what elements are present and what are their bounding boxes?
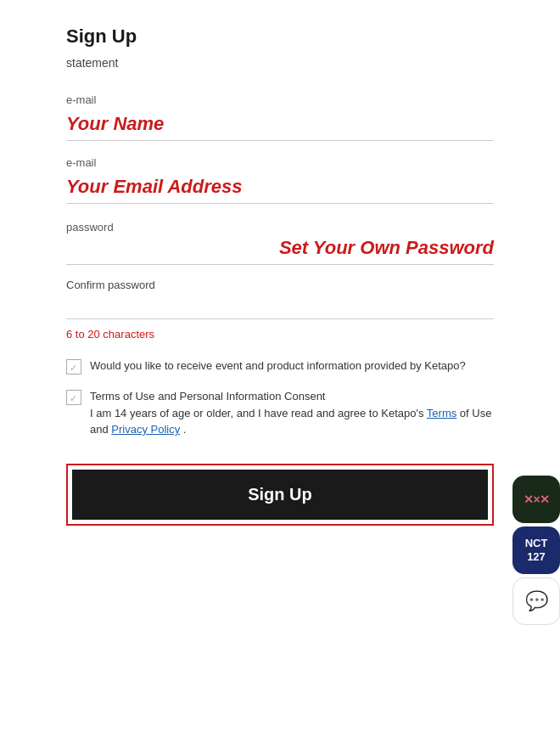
password-title: Set Your Own Password [193, 237, 494, 259]
password-label: password [66, 221, 494, 234]
confirm-password-group: Confirm password [66, 279, 494, 319]
confirm-password-input[interactable] [66, 295, 494, 319]
nct-app-icon[interactable]: NCT 127 [512, 527, 560, 574]
password-hint: 6 to 20 characters [66, 328, 494, 341]
ketapo-icon-symbol: ✕×✕ [524, 493, 548, 506]
marketing-checkbox-row: ✓ Would you like to receive event and pr… [66, 358, 494, 374]
email-input[interactable] [66, 172, 494, 204]
terms-checkbox[interactable]: ✓ [66, 390, 81, 405]
password-row: Set Your Own Password [66, 237, 494, 265]
signup-button-wrapper: Sign Up [66, 464, 494, 526]
terms-check-icon: ✓ [70, 393, 78, 402]
confirm-password-label: Confirm password [66, 279, 494, 291]
marketing-checkbox-text: Would you like to receive event and prod… [90, 358, 466, 374]
statement-text: statement [66, 56, 494, 70]
ketapo-app-icon[interactable]: ✕×✕ [512, 476, 560, 523]
signup-button[interactable]: Sign Up [72, 470, 488, 520]
password-input[interactable] [66, 237, 193, 259]
privacy-link[interactable]: Privacy Policy [111, 423, 180, 436]
terms-link[interactable]: Terms [427, 407, 456, 420]
name-input[interactable] [66, 110, 494, 141]
chat-icon-symbol: 💬 [525, 590, 548, 612]
marketing-check-icon: ✓ [70, 363, 78, 371]
page-container: Sign Up statement e-mail e-mail password… [0, 0, 560, 749]
email-label: e-mail [66, 156, 494, 169]
page-title: Sign Up [66, 25, 494, 48]
float-icons: ✕×✕ NCT 127 💬 [512, 476, 560, 625]
marketing-checkbox[interactable]: ✓ [66, 359, 81, 374]
terms-checkbox-row: ✓ Terms of Use and Personal Information … [66, 388, 494, 438]
email-field-group: e-mail [66, 156, 494, 204]
terms-checkbox-text: Terms of Use and Personal Information Co… [90, 388, 494, 438]
chat-app-icon[interactable]: 💬 [512, 577, 560, 625]
name-label: e-mail [66, 93, 494, 106]
nct-icon-label: NCT 127 [525, 537, 548, 563]
name-field-group: e-mail [66, 93, 494, 141]
password-section: password Set Your Own Password [66, 221, 494, 265]
